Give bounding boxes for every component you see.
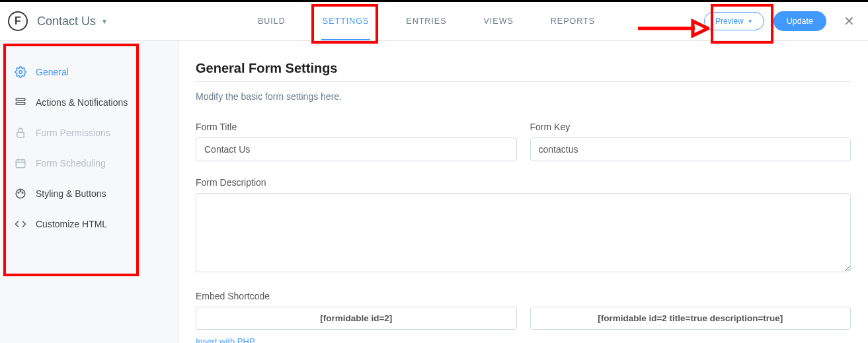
- sidebar-item-label: Form Scheduling: [36, 158, 106, 169]
- sidebar-item-label: General: [36, 67, 69, 77]
- code-icon: [15, 218, 26, 230]
- tab-reports[interactable]: REPORTS: [551, 2, 595, 40]
- gear-icon: [15, 66, 26, 78]
- svg-point-10: [20, 191, 21, 192]
- header: F Contact Us ▼ BUILD SETTINGS ENTRIES VI…: [0, 2, 868, 41]
- sidebar-item-actions[interactable]: Actions & Notifications: [0, 87, 178, 118]
- sidebar-item-label: Styling & Buttons: [36, 188, 106, 199]
- app-logo: F: [8, 11, 28, 31]
- sidebar-item-label: Form Permissions: [36, 128, 110, 138]
- sidebar-item-permissions[interactable]: Form Permissions: [0, 118, 178, 148]
- svg-point-0: [19, 71, 22, 74]
- sidebar-item-label: Actions & Notifications: [36, 97, 128, 108]
- calendar-icon: [15, 157, 26, 169]
- tab-build[interactable]: BUILD: [258, 2, 286, 40]
- form-title-label: Form Title: [196, 122, 517, 132]
- shortcode-full[interactable]: [formidable id=2 title=true description=…: [530, 307, 851, 330]
- tab-views[interactable]: VIEWS: [484, 2, 514, 40]
- layers-icon: [15, 96, 26, 108]
- sidebar-item-general[interactable]: General: [0, 57, 178, 87]
- close-icon[interactable]: ✕: [836, 13, 860, 29]
- chevron-down-icon: ▼: [101, 18, 108, 25]
- form-description-input[interactable]: [196, 193, 851, 272]
- svg-rect-1: [16, 98, 25, 100]
- sidebar-item-label: Customize HTML: [36, 219, 107, 229]
- sidebar-item-scheduling[interactable]: Form Scheduling: [0, 148, 178, 178]
- sidebar-item-customize-html[interactable]: Customize HTML: [0, 209, 178, 239]
- svg-rect-3: [17, 132, 24, 137]
- embed-shortcode-label: Embed Shortcode: [196, 291, 851, 301]
- preview-button[interactable]: Preview ▼: [704, 12, 764, 30]
- page-title: General Form Settings: [196, 61, 851, 76]
- main-content: General Form Settings Modify the basic f…: [178, 41, 868, 343]
- svg-point-11: [22, 192, 23, 194]
- lock-icon: [15, 127, 26, 139]
- form-key-input[interactable]: [530, 137, 851, 161]
- tab-settings[interactable]: SETTINGS: [323, 2, 370, 40]
- chevron-down-icon: ▼: [748, 19, 753, 24]
- svg-rect-2: [16, 102, 25, 104]
- tab-entries[interactable]: ENTRIES: [406, 2, 446, 40]
- form-key-label: Form Key: [530, 122, 851, 132]
- insert-php-link[interactable]: Insert with PHP: [196, 336, 255, 343]
- form-description-label: Form Description: [196, 177, 851, 188]
- svg-point-9: [18, 192, 19, 194]
- svg-rect-4: [16, 160, 25, 168]
- form-title-input[interactable]: [196, 137, 517, 161]
- palette-icon: [15, 188, 26, 200]
- sidebar-item-styling[interactable]: Styling & Buttons: [0, 178, 178, 209]
- update-button[interactable]: Update: [773, 11, 826, 31]
- page-subtitle: Modify the basic form settings here.: [196, 91, 851, 102]
- settings-sidebar: General Actions & Notifications Form Per…: [0, 41, 178, 343]
- form-name-text: Contact Us: [37, 15, 96, 28]
- form-name-dropdown[interactable]: Contact Us ▼: [37, 15, 108, 28]
- shortcode-basic[interactable]: [formidable id=2]: [196, 307, 517, 330]
- main-tabs: BUILD SETTINGS ENTRIES VIEWS REPORTS: [258, 2, 595, 40]
